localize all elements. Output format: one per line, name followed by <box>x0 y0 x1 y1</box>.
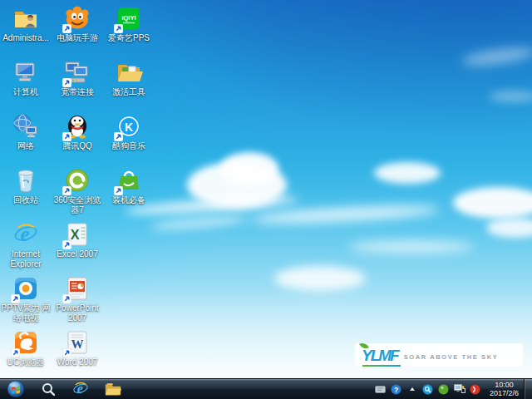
icon-label: UC浏览器 <box>7 357 44 367</box>
icon-label: 激活工具 <box>112 87 145 97</box>
desktop-icon-activation-tools[interactable]: 激活工具 <box>104 57 154 111</box>
icon-label: Internet Explorer <box>1 249 51 269</box>
svg-text:X: X <box>71 228 80 242</box>
activation-tools-icon <box>115 58 143 86</box>
brand-underline <box>362 365 401 367</box>
pptv-icon <box>12 274 40 303</box>
icon-label: 宽带连接 <box>61 87 94 97</box>
icon-label: 爱奇艺PPS <box>108 33 150 43</box>
ylmf-tagline: SOAR ABOVE THE SKY <box>404 350 499 361</box>
icon-label: PowerPoint 2007 <box>52 303 102 323</box>
taskbar-left: e <box>0 380 123 399</box>
icon-label: 酷狗音乐 <box>112 141 145 151</box>
icon-label: 回收站 <box>13 195 38 205</box>
taskbar-clock[interactable]: 10:00 2017/2/6 <box>485 381 524 397</box>
administrator-folder-icon <box>12 4 40 32</box>
svg-text:K: K <box>125 121 133 134</box>
cloud-decoration <box>461 45 532 68</box>
network-icon <box>12 112 40 140</box>
shortcut-arrow-icon <box>62 240 71 249</box>
shortcut-arrow-icon <box>62 132 71 141</box>
desktop-icon-software-bundle[interactable]: 装机必备 <box>104 165 154 219</box>
clock-date: 2017/2/6 <box>490 389 519 397</box>
shortcut-arrow-icon <box>114 186 123 195</box>
desktop-icon-administrator[interactable]: Administra... <box>1 2 51 57</box>
input-indicator-icon[interactable] <box>375 383 387 395</box>
desktop-icon-excel[interactable]: X Excel 2007 <box>52 219 102 273</box>
icon-label: 计算机 <box>13 87 38 97</box>
shortcut-arrow-icon <box>114 132 123 141</box>
icon-label: 360安全浏览器7 <box>52 195 102 215</box>
icon-label: Administra... <box>2 33 49 43</box>
desktop-icon-kugou[interactable]: K 酷狗音乐 <box>104 111 154 165</box>
svg-text:?: ? <box>394 385 398 393</box>
icon-label: Excel 2007 <box>57 249 97 259</box>
pc-game-center-icon <box>63 4 91 32</box>
icon-label: PPTV聚力 网络电视 <box>1 303 51 323</box>
desktop-icon-uc-browser[interactable]: UC浏览器 <box>1 327 51 381</box>
internet-explorer-taskbar-button[interactable]: e <box>71 380 91 399</box>
show-desktop-button[interactable] <box>524 379 532 399</box>
desktop-icon-computer[interactable]: 计算机 <box>1 57 51 111</box>
shortcut-arrow-icon <box>62 294 71 303</box>
clock-time: 10:00 <box>495 381 514 389</box>
uc-browser-icon <box>12 328 40 357</box>
desktop-icon-network[interactable]: 网络 <box>1 111 51 165</box>
show-hidden-icons-button[interactable] <box>406 383 418 395</box>
help-tray-icon[interactable]: ? <box>391 383 402 395</box>
cloud-decoration <box>150 214 250 232</box>
svg-text:W: W <box>71 337 84 351</box>
desktop-icon-internet-explorer[interactable]: e Internet Explorer <box>1 219 51 273</box>
svg-text:iQIYI: iQIYI <box>121 14 135 22</box>
network-tray-icon[interactable] <box>454 383 466 395</box>
icon-label: 腾讯QQ <box>62 141 92 151</box>
windows-explorer-button[interactable] <box>103 380 123 399</box>
shortcut-arrow-icon <box>11 348 20 357</box>
media-red-tray-icon[interactable] <box>470 383 481 395</box>
desktop-icon-powerpoint[interactable]: PowerPoint 2007 <box>52 273 102 327</box>
shortcut-arrow-icon <box>11 294 20 303</box>
shortcut-arrow-icon <box>62 348 71 357</box>
360-safe-browser-icon <box>63 166 91 195</box>
desktop-screen: YLMF SOAR ABOVE THE SKY Administra... 电脑… <box>0 0 532 399</box>
shortcut-arrow-icon <box>62 24 71 33</box>
cloud-decoration <box>486 218 532 238</box>
system-tray: ? <box>375 383 485 395</box>
iqiyi-pps-icon: iQIYI <box>115 4 143 32</box>
search-360-tray-icon[interactable] <box>422 383 434 395</box>
cloud-decoration <box>349 241 474 253</box>
desktop-icon-word[interactable]: W Word 2007 <box>52 327 102 381</box>
ylmf-brand-text: YLMF <box>362 347 398 363</box>
desktop-icon-qq[interactable]: 腾讯QQ <box>52 111 102 165</box>
ylmf-logo: YLMF SOAR ABOVE THE SKY <box>355 343 523 367</box>
cloud-decoration <box>374 162 441 184</box>
desktop-icon-360-browser[interactable]: 360安全浏览器7 <box>52 165 102 219</box>
kugou-music-icon: K <box>115 112 143 140</box>
desktop-icon-iqiyi-pps[interactable]: iQIYI 爱奇艺PPS <box>104 2 154 57</box>
cloud-decoration <box>453 187 532 219</box>
powerpoint-2007-icon <box>63 274 91 303</box>
shortcut-arrow-icon <box>114 24 123 33</box>
icon-label: 装机必备 <box>112 195 145 205</box>
desktop-icon-pc-game-center[interactable]: 电脑玩手游 <box>52 2 102 57</box>
shortcut-arrow-icon <box>62 186 71 195</box>
shortcut-arrow-icon <box>62 78 71 87</box>
tencent-qq-icon <box>63 112 91 140</box>
cloud-decoration <box>249 203 441 226</box>
taskbar: e ? <box>0 378 532 399</box>
antivirus-green-tray-icon[interactable] <box>438 383 450 395</box>
desktop-icon-recycle-bin[interactable]: 回收站 <box>1 165 51 219</box>
desktop-icon-pptv[interactable]: PPTV聚力 网络电视 <box>1 273 51 327</box>
desktop-icon-broadband[interactable]: 宽带连接 <box>52 57 102 111</box>
internet-explorer-icon: e <box>12 220 40 249</box>
cloud-decoration <box>274 266 366 291</box>
search-button[interactable] <box>38 380 58 399</box>
computer-icon <box>12 58 40 86</box>
cloud-decoration <box>220 152 278 185</box>
broadband-connection-icon <box>63 58 91 86</box>
icon-label: 电脑玩手游 <box>57 33 98 43</box>
start-button[interactable] <box>6 380 26 399</box>
software-bundle-bag-icon <box>115 166 143 195</box>
icon-label: Word 2007 <box>57 357 98 367</box>
desktop-icon-grid: Administra... 电脑玩手游 iQIYI 爱奇艺PPS 计算机 <box>1 2 154 381</box>
